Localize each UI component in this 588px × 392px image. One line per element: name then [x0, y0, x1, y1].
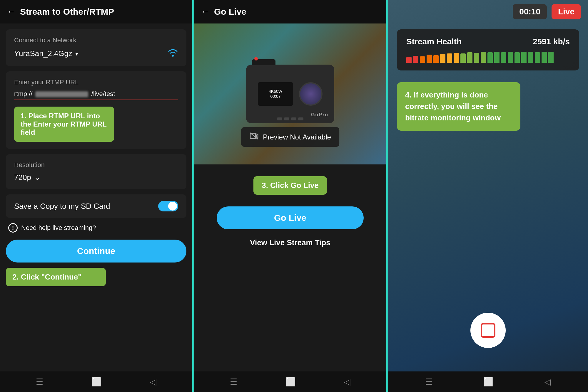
camera-screen: 4K60W00:07 — [258, 82, 293, 106]
right-nav-menu-icon[interactable]: ☰ — [425, 377, 432, 387]
sd-card-toggle[interactable] — [158, 201, 178, 211]
bitrate-bar — [460, 53, 466, 63]
panel-left: ← Stream to Other/RTMP Connect to a Netw… — [0, 0, 194, 392]
stream-health-header: Stream Health 2591 kb/s — [406, 37, 570, 46]
tooltip-step2: 2. Click "Continue" — [6, 268, 106, 286]
gopro-logo: GoPro — [311, 112, 328, 117]
sd-card-label: Save a Copy to my SD Card — [14, 202, 110, 211]
bitrate-bar — [406, 57, 412, 63]
bitrate-bar — [481, 52, 486, 63]
middle-nav-square-icon[interactable]: ⬜ — [285, 377, 296, 387]
camera-body: 4K60W00:07 — [258, 82, 323, 106]
right-nav-back-icon[interactable]: ◁ — [544, 377, 551, 387]
help-icon: ! — [8, 223, 18, 233]
cam-btn-4 — [298, 117, 303, 120]
time-badge: 00:10 — [513, 4, 547, 19]
rtmp-blurred — [35, 91, 88, 97]
left-header: ← Stream to Other/RTMP — [0, 0, 192, 23]
nav-square-icon[interactable]: ⬜ — [91, 377, 102, 387]
stop-button-container — [388, 313, 588, 348]
rtmp-url-display[interactable]: rtmp:// /live/test — [14, 90, 178, 100]
dark-area: 3. Click Go Live Go Live View Live Strea… — [194, 164, 386, 371]
bitrate-bar — [427, 55, 432, 63]
network-value[interactable]: YuraSan_2.4Ggz ▾ — [14, 48, 178, 59]
stream-health-title: Stream Health — [406, 37, 462, 46]
camera-screen-text: 4K60W00:07 — [269, 89, 282, 99]
panel-middle: ← Go Live 4K60W00:07 GoPro — [194, 0, 388, 392]
resolution-label: Resolution — [14, 161, 178, 169]
live-badge: Live — [552, 4, 581, 19]
cam-btn-1 — [277, 117, 282, 120]
bitrate-bar — [542, 52, 547, 63]
left-content: Connect to a Network YuraSan_2.4Ggz ▾ En… — [0, 23, 192, 371]
middle-nav-back-icon[interactable]: ◁ — [344, 377, 350, 387]
help-text[interactable]: Need help live streaming? — [21, 224, 96, 232]
panel-right: 00:10 Live Stream Health 2591 kb/s 4. If… — [388, 0, 588, 392]
toggle-knob — [168, 202, 177, 211]
stop-icon — [481, 323, 495, 338]
right-content: 00:10 Live Stream Health 2591 kb/s 4. If… — [388, 0, 588, 392]
stop-button[interactable] — [470, 313, 506, 348]
middle-nav-bar: ☰ ⬜ ◁ — [194, 371, 386, 392]
resolution-text: 720p — [14, 173, 31, 182]
left-nav-bar: ☰ ⬜ ◁ — [0, 371, 192, 392]
bitrate-bar — [548, 52, 554, 63]
left-back-button[interactable]: ← — [7, 7, 15, 16]
camera-lens — [299, 82, 323, 106]
bitrate-bar — [521, 52, 527, 63]
bitrate-bar — [447, 53, 452, 63]
network-name: YuraSan_2.4Ggz — [14, 49, 72, 58]
bitrate-bar — [440, 54, 445, 63]
bitrate-bar — [474, 53, 479, 63]
rtmp-suffix: /live/test — [91, 90, 115, 97]
camera-red-dot — [254, 57, 258, 60]
bitrate-bars — [406, 51, 570, 63]
stream-health-value: 2591 kb/s — [533, 37, 570, 46]
camera-bg: 4K60W00:07 GoPro — [194, 23, 386, 164]
right-nav-square-icon[interactable]: ⬜ — [483, 377, 494, 387]
tooltip-step4: 4. If everything is done correctly, you … — [397, 82, 520, 131]
preview-overlay: Preview Not Available — [241, 127, 339, 147]
sd-card-row: Save a Copy to my SD Card — [6, 194, 186, 218]
right-nav-bar: ☰ ⬜ ◁ — [388, 371, 588, 392]
bitrate-bar — [413, 56, 418, 63]
resolution-dropdown-icon[interactable]: ⌄ — [34, 173, 41, 182]
rtmp-prefix: rtmp:// — [14, 90, 32, 97]
help-row: ! Need help live streaming? — [6, 223, 186, 233]
continue-button[interactable]: Continue — [6, 240, 186, 263]
tooltip-step3: 3. Click Go Live — [253, 176, 327, 195]
rtmp-card: Enter your RTMP URL rtmp:// /live/test 1… — [6, 71, 186, 149]
stream-health-card: Stream Health 2591 kb/s — [397, 29, 579, 70]
camera-device: 4K60W00:07 GoPro — [246, 65, 334, 123]
resolution-card: Resolution 720p ⌄ — [6, 154, 186, 189]
rtmp-label: Enter your RTMP URL — [14, 78, 178, 86]
bitrate-bar — [528, 52, 533, 63]
nav-back-icon[interactable]: ◁ — [150, 377, 156, 387]
view-tips-link[interactable]: View Live Stream Tips — [250, 238, 330, 247]
no-preview-icon — [249, 132, 259, 142]
bitrate-bar — [501, 52, 506, 63]
bitrate-bar — [420, 56, 425, 63]
resolution-value[interactable]: 720p ⌄ — [14, 173, 178, 182]
cam-btn-2 — [284, 117, 289, 120]
go-live-button[interactable]: Go Live — [217, 206, 364, 229]
middle-back-button[interactable]: ← — [201, 7, 209, 16]
preview-not-available-text: Preview Not Available — [263, 133, 331, 141]
bitrate-bar — [433, 55, 439, 63]
network-card: Connect to a Network YuraSan_2.4Ggz ▾ — [6, 29, 186, 66]
middle-nav-menu-icon[interactable]: ☰ — [230, 377, 237, 387]
bitrate-bar — [487, 52, 493, 63]
network-label: Connect to a Network — [14, 36, 178, 44]
bitrate-bar — [535, 52, 540, 63]
right-header: 00:10 Live — [388, 0, 588, 23]
cam-btn-3 — [291, 117, 296, 120]
middle-header: ← Go Live — [194, 0, 386, 23]
network-dropdown-icon[interactable]: ▾ — [75, 50, 78, 57]
bitrate-bar — [467, 52, 472, 63]
bitrate-bar — [454, 53, 459, 63]
nav-menu-icon[interactable]: ☰ — [36, 377, 43, 387]
left-title: Stream to Other/RTMP — [20, 7, 114, 17]
bitrate-bar — [508, 52, 513, 63]
middle-title: Go Live — [214, 7, 246, 17]
camera-buttons — [277, 117, 303, 120]
